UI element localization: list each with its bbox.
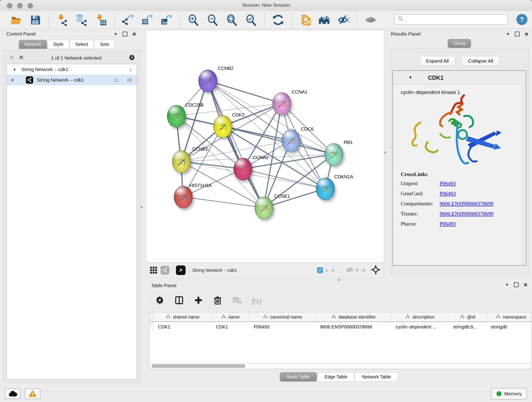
network-node-CCNB1[interactable] xyxy=(172,150,191,173)
network-node-CCNB2[interactable] xyxy=(198,70,217,92)
show-eye-icon[interactable] xyxy=(364,13,377,26)
network-node-CCNA2[interactable] xyxy=(234,158,252,180)
right-splitter-handle[interactable] xyxy=(384,151,386,154)
column-header-canonicalname[interactable]: canonical name xyxy=(249,313,316,322)
export-image-icon[interactable] xyxy=(160,13,173,26)
table-cell[interactable]: CDK1 xyxy=(154,322,212,332)
search-box[interactable] xyxy=(394,14,508,25)
table-cell[interactable]: stringdb xyxy=(487,322,532,332)
left-splitter-handle[interactable] xyxy=(140,206,143,208)
network-node-CDKN1A[interactable] xyxy=(316,178,335,200)
tab-network-table[interactable]: Network Table xyxy=(355,372,398,382)
tab-node-table[interactable]: Node Table xyxy=(280,372,317,382)
tab-network[interactable]: Network xyxy=(19,40,47,49)
column-header-sharedname[interactable]: shared name xyxy=(154,313,212,322)
table-float-icon[interactable] xyxy=(514,282,519,287)
tab-string[interactable]: String xyxy=(448,39,471,48)
table-cell[interactable]: 9606.ENSP00000378699 xyxy=(316,322,392,332)
cloud-button[interactable] xyxy=(5,389,21,399)
results-scrollbar[interactable] xyxy=(522,85,526,265)
expand-all-networks-icon[interactable] xyxy=(9,55,14,61)
results-float-icon[interactable] xyxy=(515,32,520,36)
table-hscrollbar[interactable] xyxy=(149,363,532,369)
table-cell[interactable]: CDK1 xyxy=(212,322,249,332)
open-session-icon[interactable] xyxy=(10,13,22,26)
import-network-icon[interactable] xyxy=(56,13,69,26)
collapse-all-button[interactable]: Collapse All xyxy=(462,56,500,66)
share-view-icon[interactable] xyxy=(161,266,169,274)
panel-float-icon[interactable] xyxy=(123,32,127,36)
hide-labels-icon[interactable] xyxy=(337,13,350,26)
search-icon xyxy=(398,16,404,23)
table-cell[interactable]: P06493 xyxy=(249,322,316,332)
column-header-namespace[interactable]: namespace xyxy=(487,313,532,322)
table-cell[interactable]: cyclin–dependent ... xyxy=(392,322,449,332)
import-table-icon[interactable] xyxy=(94,13,107,26)
column-header-name[interactable]: name xyxy=(212,313,249,322)
memory-button[interactable]: Memory xyxy=(491,388,527,400)
refresh-icon[interactable] xyxy=(272,13,285,26)
crosslink-link[interactable]: P06493 xyxy=(440,181,456,186)
crosslink-link[interactable]: 9606.ENSP00000378699 xyxy=(440,201,494,207)
table-row[interactable]: CDK1CDK1P064939606.ENSP00000378699cyclin… xyxy=(150,322,531,332)
network-row[interactable]: String Network – cdk1 11 48 xyxy=(7,75,137,85)
network-node-RB1[interactable] xyxy=(324,143,343,166)
network-node-CDC25B[interactable] xyxy=(167,105,186,128)
string-home-icon[interactable] xyxy=(318,13,331,26)
collection-expand-icon[interactable]: ▼ xyxy=(13,68,16,71)
table-close-icon[interactable]: × xyxy=(524,283,527,287)
show-columns-icon[interactable] xyxy=(175,296,184,306)
import-database-icon[interactable] xyxy=(75,13,88,26)
zoom-selected-icon[interactable] xyxy=(245,13,258,26)
table-cell[interactable]: stringdb:9... xyxy=(449,322,487,332)
collapse-all-networks-icon[interactable] xyxy=(19,55,24,61)
panel-collapse-icon[interactable]: ▼ xyxy=(114,32,118,36)
network-edge-count: 48 xyxy=(127,77,132,83)
panel-close-icon[interactable]: × xyxy=(133,32,136,36)
table-hscroll-thumb[interactable] xyxy=(152,364,245,368)
tab-edge-table[interactable]: Edge Table xyxy=(317,372,355,382)
crosslink-link[interactable]: P06493 xyxy=(440,191,456,197)
column-header-databaseidentifier[interactable]: database identifier xyxy=(316,313,392,322)
help-icon[interactable]: ? xyxy=(516,14,527,25)
bottom-splitter-handle[interactable] xyxy=(338,279,340,281)
save-session-icon[interactable] xyxy=(29,13,42,26)
column-header-description[interactable]: description xyxy=(392,313,449,322)
clone-network-icon[interactable] xyxy=(299,13,312,26)
export-network-icon[interactable] xyxy=(121,13,134,26)
network-options-gear-icon[interactable] xyxy=(128,54,135,62)
network-node-HIST1H1A[interactable] xyxy=(174,186,193,208)
network-node-CDC6[interactable] xyxy=(282,129,300,152)
tab-sets[interactable]: Sets xyxy=(94,40,115,49)
table-collapse-icon[interactable]: ▼ xyxy=(505,283,509,287)
tab-style[interactable]: Style xyxy=(47,40,69,49)
tab-select[interactable]: Select xyxy=(70,40,94,49)
gene-header-row[interactable]: ▼ CDK1 xyxy=(393,71,526,85)
column-header-id[interactable]: @id xyxy=(449,313,487,322)
network-node-CCNE1[interactable] xyxy=(254,197,273,219)
warning-button[interactable] xyxy=(25,389,40,399)
network-node-CCNA1[interactable] xyxy=(272,92,291,115)
crosslink-link[interactable]: 9606.ENSP00000378699 xyxy=(440,211,494,217)
table-settings-gear-icon[interactable] xyxy=(155,296,165,306)
zoom-in-icon[interactable] xyxy=(187,13,200,26)
birdseye-view-icon[interactable] xyxy=(176,265,186,275)
grid-icon[interactable] xyxy=(150,266,157,274)
network-collection-row[interactable]: ▼ String Network – cdk1 1 xyxy=(7,64,137,75)
search-input[interactable] xyxy=(406,17,507,22)
export-table-icon[interactable] xyxy=(141,13,153,26)
expand-all-button[interactable]: Expand All xyxy=(420,56,455,66)
add-column-icon[interactable] xyxy=(194,296,203,306)
gene-collapse-icon[interactable]: ▼ xyxy=(409,75,412,80)
selected-checkbox-icon[interactable]: ✓ xyxy=(317,267,323,273)
results-close-icon[interactable]: × xyxy=(525,32,528,36)
delete-column-trash-icon[interactable] xyxy=(213,296,222,306)
results-collapse-icon[interactable]: ▼ xyxy=(506,32,510,36)
zoom-out-icon[interactable] xyxy=(206,13,219,26)
fit-selected-crosshair-icon[interactable] xyxy=(371,265,380,275)
network-canvas[interactable]: CCNB2 CCNA1 CDC25B CDK1 CDC6 RB1 CCNB1 C… xyxy=(146,30,384,263)
row-header[interactable] xyxy=(150,322,154,332)
network-node-CDK1[interactable] xyxy=(213,115,232,138)
crosslink-link[interactable]: P06493 xyxy=(440,221,456,227)
zoom-fit-icon[interactable] xyxy=(225,13,238,26)
